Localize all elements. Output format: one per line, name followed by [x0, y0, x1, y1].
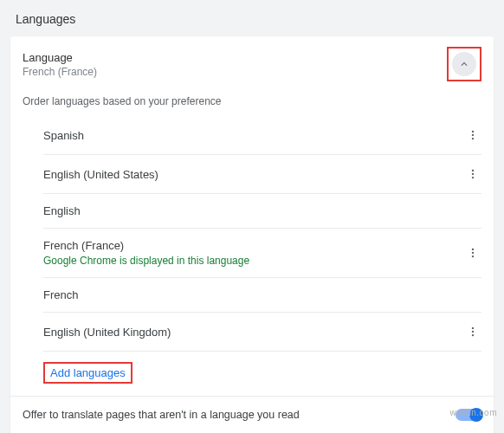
list-item-left: English (United Kingdom) — [43, 326, 171, 339]
list-item: English — [43, 194, 481, 229]
svg-point-10 — [472, 331, 474, 333]
more-options-button[interactable] — [464, 323, 481, 340]
svg-point-1 — [472, 134, 474, 136]
svg-point-2 — [472, 138, 474, 139]
list-item: English (United States) — [43, 155, 481, 194]
language-name: English — [43, 204, 81, 217]
translate-label: Offer to translate pages that aren't in … — [23, 409, 300, 421]
language-subtitle: Google Chrome is displayed in this langu… — [43, 255, 249, 267]
svg-point-8 — [472, 255, 474, 257]
more-options-button[interactable] — [464, 126, 481, 144]
watermark: wsxdn.com — [449, 408, 497, 417]
svg-point-9 — [472, 327, 474, 329]
list-item-left: French — [43, 288, 78, 301]
svg-point-7 — [472, 252, 474, 254]
list-item: English (United Kingdom) — [43, 313, 481, 352]
more-vert-icon — [467, 129, 479, 141]
list-item-left: English (United States) — [43, 168, 158, 181]
add-languages-link[interactable]: Add languages — [50, 366, 126, 379]
list-item: French (France) Google Chrome is display… — [43, 229, 481, 278]
collapse-highlight — [447, 47, 481, 81]
list-item: French — [43, 278, 481, 313]
languages-card: Language French (France) Order languages… — [10, 36, 494, 433]
add-languages-row: Add languages — [43, 352, 481, 396]
language-name: English (United States) — [43, 168, 158, 181]
order-instruction: Order languages based on your preference — [10, 90, 494, 116]
translate-row: Offer to translate pages that aren't in … — [10, 396, 494, 433]
language-header-left: Language French (France) — [23, 51, 97, 78]
list-item-left: Spanish — [43, 129, 84, 142]
more-vert-icon — [467, 247, 479, 259]
language-name: French — [43, 288, 78, 301]
list-item-left: French (France) Google Chrome is display… — [43, 239, 249, 267]
svg-point-0 — [472, 131, 474, 132]
svg-point-4 — [472, 173, 474, 175]
chevron-up-icon — [458, 58, 470, 70]
language-name: French (France) — [43, 239, 249, 252]
language-list: Spanish English (United States) English … — [10, 116, 494, 396]
svg-point-11 — [472, 334, 474, 336]
language-name: Spanish — [43, 129, 84, 142]
list-item-left: English — [43, 204, 81, 217]
more-vert-icon — [467, 326, 479, 338]
more-options-button[interactable] — [464, 165, 481, 183]
list-item: Spanish — [43, 116, 481, 155]
language-header: Language French (France) — [10, 36, 494, 90]
svg-point-5 — [472, 177, 474, 178]
language-name: English (United Kingdom) — [43, 326, 171, 339]
language-label: Language — [23, 51, 97, 64]
svg-point-6 — [472, 249, 474, 250]
collapse-button[interactable] — [452, 52, 476, 76]
more-options-button[interactable] — [464, 244, 481, 262]
svg-point-3 — [472, 170, 474, 171]
more-vert-icon — [467, 168, 479, 180]
add-languages-highlight: Add languages — [43, 362, 132, 384]
language-value: French (France) — [23, 66, 97, 78]
page-title: Languages — [10, 9, 494, 36]
